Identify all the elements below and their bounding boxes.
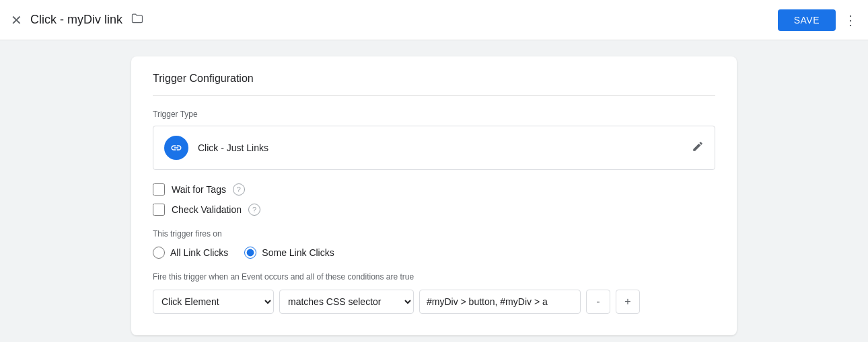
- check-validation-help-icon[interactable]: ?: [248, 204, 260, 216]
- trigger-type-box[interactable]: Click - Just Links: [153, 126, 715, 170]
- wait-for-tags-help-icon[interactable]: ?: [233, 183, 245, 196]
- fires-on-radio-group: All Link Clicks Some Link Clicks: [153, 247, 715, 259]
- main-content: Trigger Configuration Trigger Type Click…: [0, 40, 868, 342]
- page-title: Click - myDiv link: [30, 13, 122, 27]
- folder-icon[interactable]: [131, 11, 144, 28]
- trigger-type-icon: [164, 136, 188, 160]
- save-button[interactable]: SAVE: [778, 9, 836, 31]
- trigger-type-left: Click - Just Links: [164, 136, 268, 160]
- trigger-type-name: Click - Just Links: [198, 142, 268, 153]
- conditions-row: Click Element Click Classes Click ID Cli…: [153, 290, 715, 314]
- all-link-clicks-row: All Link Clicks: [153, 247, 228, 259]
- condition-value-input[interactable]: [419, 290, 581, 314]
- wait-for-tags-row: Wait for Tags ?: [153, 183, 715, 196]
- close-icon[interactable]: ✕: [11, 13, 22, 27]
- trigger-config-card: Trigger Configuration Trigger Type Click…: [131, 56, 737, 335]
- all-link-clicks-radio[interactable]: [153, 247, 165, 259]
- top-bar-left: ✕ Click - myDiv link: [11, 11, 144, 28]
- top-bar-right: SAVE ⋮: [778, 9, 857, 31]
- check-validation-row: Check Validation ?: [153, 204, 715, 216]
- wait-for-tags-label: Wait for Tags: [172, 184, 226, 195]
- some-link-clicks-row: Some Link Clicks: [244, 247, 334, 259]
- checkbox-group: Wait for Tags ? Check Validation ?: [153, 183, 715, 216]
- add-condition-button[interactable]: +: [616, 290, 640, 314]
- edit-trigger-icon[interactable]: [692, 140, 704, 156]
- fires-on-label: This trigger fires on: [153, 229, 715, 239]
- condition-select-variable[interactable]: Click Element Click Classes Click ID Cli…: [153, 290, 274, 314]
- conditions-label: Fire this trigger when an Event occurs a…: [153, 272, 715, 282]
- some-link-clicks-label: Some Link Clicks: [262, 247, 334, 258]
- more-menu-icon[interactable]: ⋮: [844, 12, 857, 28]
- some-link-clicks-radio[interactable]: [244, 247, 256, 259]
- check-validation-checkbox[interactable]: [153, 204, 165, 216]
- trigger-type-label: Trigger Type: [153, 110, 715, 119]
- condition-select-operator[interactable]: matches CSS selector contains equals sta…: [279, 290, 414, 314]
- wait-for-tags-checkbox[interactable]: [153, 183, 165, 196]
- check-validation-label: Check Validation: [172, 204, 242, 215]
- remove-condition-button[interactable]: -: [586, 290, 610, 314]
- top-bar: ✕ Click - myDiv link SAVE ⋮: [0, 0, 868, 40]
- all-link-clicks-label: All Link Clicks: [170, 247, 228, 258]
- card-title: Trigger Configuration: [153, 73, 715, 96]
